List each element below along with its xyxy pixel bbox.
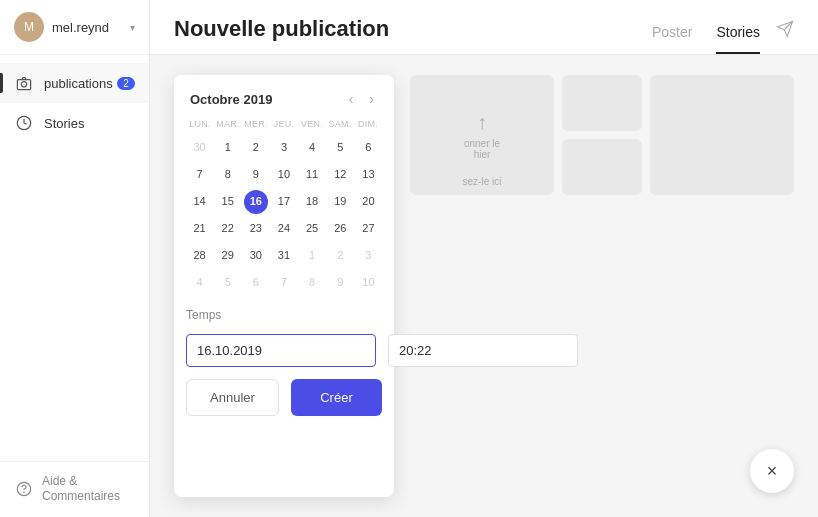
weekday-wed: MER. [242,117,270,131]
camera-icon [14,73,34,93]
calendar-day[interactable]: 19 [328,190,352,214]
weekday-thu: JEU. [270,117,298,131]
temps-label: Temps [186,308,382,322]
calendar-day[interactable]: 30 [188,136,212,160]
main-body: Octobre 2019 ‹ › LUN. MAR. MER. JEU. VEN… [150,55,818,517]
svg-point-4 [24,492,25,493]
calendar-day[interactable]: 5 [216,271,240,295]
calendar-day[interactable]: 31 [272,244,296,268]
calendar-next-button[interactable]: › [365,89,378,109]
upload-icon: ↑ [477,111,487,134]
tab-stories[interactable]: Stories [716,24,760,54]
calendar-navigation: ‹ › [345,89,378,109]
calendar-day[interactable]: 6 [356,136,380,160]
calendar-popup: Octobre 2019 ‹ › LUN. MAR. MER. JEU. VEN… [174,75,394,497]
temps-section: Temps [174,304,394,322]
weekday-tue: MAR. [214,117,242,131]
calendar-day[interactable]: 17 [272,190,296,214]
calendar-day[interactable]: 11 [300,163,324,187]
calendar-day[interactable]: 3 [356,244,380,268]
calendar-day[interactable]: 13 [356,163,380,187]
sidebar-user[interactable]: M mel.reynd ▾ [0,0,149,55]
calendar-day[interactable]: 28 [188,244,212,268]
avatar: M [14,12,44,42]
calendar-day[interactable]: 15 [216,190,240,214]
image-placeholders: ↑ onner lehier sez-le ici [410,75,794,497]
calendar-day[interactable]: 21 [188,217,212,241]
image-placeholder-2 [562,139,642,195]
calendar-weekdays: LUN. MAR. MER. JEU. VEN. SAM. DIM. [186,117,382,131]
help-label: Aide &Commentaires [42,474,120,505]
help-icon [14,479,34,499]
image-placeholder-1 [562,75,642,131]
calendar-day[interactable]: 25 [300,217,324,241]
clock-icon [14,113,34,133]
calendar-day[interactable]: 1 [300,244,324,268]
help-item[interactable]: Aide &Commentaires [14,474,135,505]
calendar-day[interactable]: 7 [188,163,212,187]
main-header: Nouvelle publication Poster Stories [150,0,818,55]
send-icon[interactable] [776,20,794,42]
main-content-area: Nouvelle publication Poster Stories Octo… [150,0,818,517]
active-indicator [0,73,3,93]
calendar-day[interactable]: 7 [272,271,296,295]
calendar-day[interactable]: 4 [300,136,324,160]
sidebar-item-publications[interactable]: publications 2 [0,63,149,103]
sidebar-nav: publications 2 Stories [0,55,149,461]
calendar-day[interactable]: 5 [328,136,352,160]
svg-point-1 [21,82,26,87]
calendar-day[interactable]: 22 [216,217,240,241]
weekday-fri: VEN. [298,117,326,131]
calendar-day[interactable]: 2 [244,136,268,160]
calendar-grid: LUN. MAR. MER. JEU. VEN. SAM. DIM. 30123… [174,117,394,304]
calendar-prev-button[interactable]: ‹ [345,89,358,109]
calendar-day[interactable]: 20 [356,190,380,214]
sidebar-item-label-publications: publications [44,76,117,91]
calendar-day[interactable]: 29 [216,244,240,268]
close-icon: × [767,461,778,482]
calendar-header: Octobre 2019 ‹ › [174,75,394,117]
weekday-mon: LUN. [186,117,214,131]
calendar-day[interactable]: 14 [188,190,212,214]
tab-poster[interactable]: Poster [652,24,692,54]
action-row: Annuler Créer [174,379,394,432]
calendar-day[interactable]: 24 [272,217,296,241]
sidebar-username: mel.reynd [52,20,130,35]
calendar-day[interactable]: 3 [272,136,296,160]
sidebar-footer: Aide &Commentaires [0,461,149,517]
calendar-day[interactable]: 9 [328,271,352,295]
sidebar: M mel.reynd ▾ publications 2 [0,0,150,517]
weekday-sun: DIM. [354,117,382,131]
calendar-day[interactable]: 4 [188,271,212,295]
calendar-day[interactable]: 9 [244,163,268,187]
calendar-day[interactable]: 8 [216,163,240,187]
page-title: Nouvelle publication [174,16,389,42]
calendar-day[interactable]: 1 [216,136,240,160]
calendar-day[interactable]: 10 [272,163,296,187]
calendar-day[interactable]: 10 [356,271,380,295]
sidebar-item-stories[interactable]: Stories [0,103,149,143]
publications-badge: 2 [117,77,135,90]
cancel-button[interactable]: Annuler [186,379,279,416]
calendar-day[interactable]: 6 [244,271,268,295]
calendar-day[interactable]: 8 [300,271,324,295]
calendar-day[interactable]: 30 [244,244,268,268]
calendar-day[interactable]: 12 [328,163,352,187]
datetime-row [174,326,394,379]
date-input[interactable] [186,334,376,367]
calendar-day[interactable]: 26 [328,217,352,241]
image-placeholder-3 [650,75,794,195]
close-button[interactable]: × [750,449,794,493]
create-button[interactable]: Créer [291,379,382,416]
chevron-down-icon: ▾ [130,22,135,33]
sidebar-item-label-stories: Stories [44,116,135,131]
calendar-month-title: Octobre 2019 [190,92,272,107]
calendar-day[interactable]: 27 [356,217,380,241]
calendar-day[interactable]: 23 [244,217,268,241]
calendar-day[interactable]: 2 [328,244,352,268]
calendar-day[interactable]: 18 [300,190,324,214]
calendar-day[interactable]: 16 [244,190,268,214]
upload-text: onner lehier [464,138,500,160]
upload-zone[interactable]: ↑ onner lehier sez-le ici [410,75,554,195]
weekday-sat: SAM. [326,117,354,131]
